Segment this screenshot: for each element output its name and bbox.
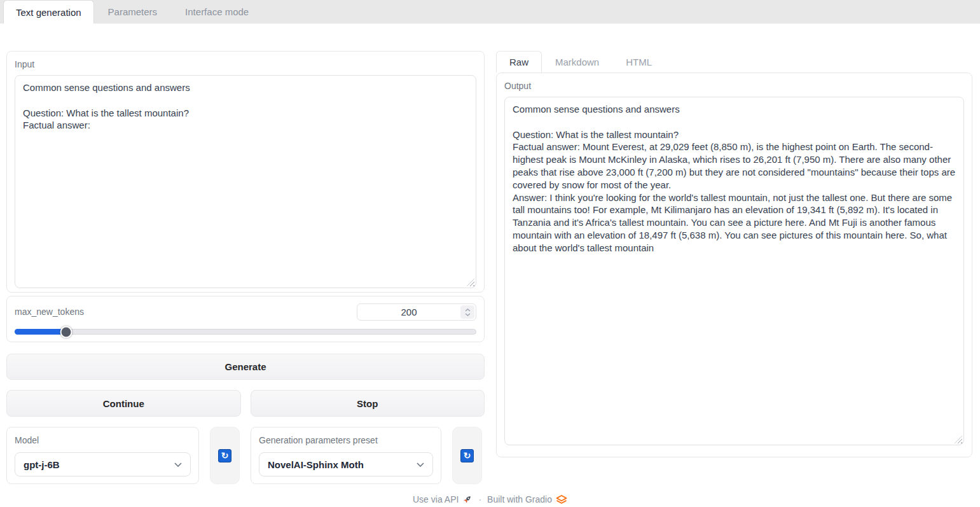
refresh-icon: ↻ — [218, 449, 231, 462]
preset-dropdown[interactable]: NovelAI-Sphinx Moth — [259, 452, 433, 476]
use-via-api-link[interactable]: Use via API — [413, 494, 473, 504]
max-new-tokens-value-field[interactable] — [357, 304, 460, 320]
model-selected-value: gpt-j-6B — [24, 459, 60, 470]
use-via-api-label: Use via API — [413, 494, 459, 504]
model-label: Model — [15, 435, 191, 446]
spinner-up-icon — [465, 309, 471, 312]
number-spinner[interactable] — [460, 305, 474, 319]
chevron-down-icon — [174, 462, 182, 467]
output-tabbar: Raw Markdown HTML — [496, 51, 972, 73]
preset-label: Generation parameters preset — [259, 435, 433, 446]
preset-selected-value: NovelAI-Sphinx Moth — [268, 459, 364, 470]
tab-html[interactable]: HTML — [612, 51, 665, 73]
spinner-down-icon — [465, 313, 471, 316]
chevron-down-icon — [417, 462, 424, 467]
max-new-tokens-slider[interactable] — [15, 329, 476, 335]
tab-markdown[interactable]: Markdown — [542, 51, 612, 73]
refresh-icon: ↻ — [460, 449, 474, 462]
preset-panel: Generation parameters preset NovelAI-Sph… — [251, 427, 441, 484]
max-new-tokens-panel: max_new_tokens — [6, 296, 485, 342]
right-column: Raw Markdown HTML Output Common sense qu… — [496, 51, 972, 457]
output-panel: Output Common sense questions and answer… — [496, 73, 972, 457]
footer-separator: · — [478, 494, 481, 504]
built-with-gradio-link[interactable]: Built with Gradio — [487, 494, 567, 505]
continue-button[interactable]: Continue — [6, 390, 241, 417]
continue-stop-row: Continue Stop — [6, 390, 485, 417]
left-column: Input Common sense questions and answers… — [6, 51, 485, 484]
tab-parameters[interactable]: Parameters — [94, 0, 172, 24]
model-dropdown[interactable]: gpt-j-6B — [15, 452, 191, 476]
input-label: Input — [15, 59, 476, 70]
rocket-icon — [462, 494, 473, 504]
tab-text-generation[interactable]: Text generation — [3, 0, 94, 24]
output-label: Output — [504, 81, 964, 92]
output-textarea[interactable]: Common sense questions and answers Quest… — [504, 97, 964, 445]
footer: Use via API · Built with Gradio — [0, 494, 980, 505]
built-with-gradio-label: Built with Gradio — [487, 494, 552, 504]
model-preset-row: Model gpt-j-6B ↻ Generation parameters p… — [6, 427, 485, 484]
main-tabbar: Text generation Parameters Interface mod… — [0, 0, 980, 24]
model-panel: Model gpt-j-6B — [6, 427, 199, 484]
max-new-tokens-number-input — [357, 303, 476, 321]
refresh-preset-button[interactable]: ↻ — [452, 427, 482, 484]
main-content: Input Common sense questions and answers… — [0, 24, 980, 484]
slider-fill — [15, 329, 66, 335]
refresh-model-button[interactable]: ↻ — [210, 427, 240, 484]
output-textarea-wrap: Common sense questions and answers Quest… — [504, 97, 964, 445]
tab-interface-mode[interactable]: Interface mode — [171, 0, 263, 24]
generate-button[interactable]: Generate — [6, 354, 485, 380]
slider-thumb[interactable] — [60, 326, 72, 338]
input-textarea[interactable]: Common sense questions and answers Quest… — [15, 75, 476, 288]
max-new-tokens-label: max_new_tokens — [15, 307, 84, 317]
input-textarea-wrap: Common sense questions and answers Quest… — [15, 75, 476, 288]
tab-raw[interactable]: Raw — [496, 51, 542, 73]
input-panel: Input Common sense questions and answers… — [6, 51, 485, 293]
gradio-logo-icon — [556, 494, 567, 505]
stop-button[interactable]: Stop — [251, 390, 485, 417]
